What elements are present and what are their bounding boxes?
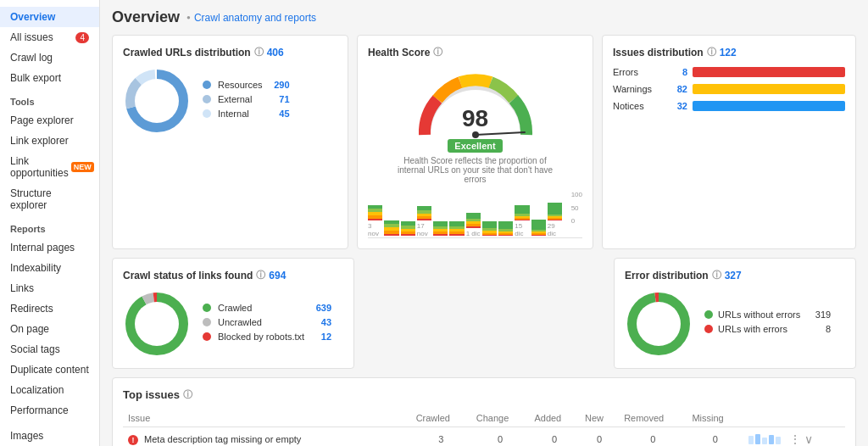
sidebar-item-link-opportunities[interactable]: Link opportunities NEW xyxy=(0,151,99,183)
issue-new: 0 xyxy=(580,427,619,447)
sidebar-item-structure-explorer[interactable]: Structure explorer xyxy=(0,183,99,215)
bar-group-7: 1 dic xyxy=(466,213,481,237)
sidebar-item-social-tags[interactable]: Social tags xyxy=(0,339,99,360)
sidebar-label-indexability: Indexability xyxy=(10,262,61,274)
health-score-desc: Health Score reflects the proportion of … xyxy=(391,156,560,184)
sidebar-item-localization[interactable]: Localization xyxy=(0,380,99,400)
sidebar-label-performance: Performance xyxy=(10,404,69,416)
sidebar-item-crawl-log[interactable]: Crawl log xyxy=(0,47,99,68)
sidebar-item-overview[interactable]: Overview xyxy=(0,7,99,27)
sidebar-item-link-explorer[interactable]: Link explorer xyxy=(0,131,99,151)
sidebar-label-link-explorer: Link explorer xyxy=(10,135,69,147)
bar-group-6 xyxy=(449,221,464,237)
issue-expand-btn[interactable]: ∨ xyxy=(804,432,813,446)
bar-chart: 3 nov xyxy=(368,191,582,238)
crawl-status-card: Crawl status of links found ⓘ 694 Crawle… xyxy=(112,258,354,369)
sidebar-label-all-issues: All issues xyxy=(10,31,53,43)
health-score-label: Excellent xyxy=(448,139,502,153)
issue-type-dot: ! xyxy=(128,435,138,445)
error-distribution-card: Error distribution ⓘ 327 URLs without er… xyxy=(614,258,856,369)
error-dist-count: 327 xyxy=(725,270,742,282)
legend-dot-internal xyxy=(203,109,211,118)
sidebar: Overview All issues 4 Crawl log Bulk exp… xyxy=(0,0,100,446)
svg-rect-15 xyxy=(762,438,767,444)
crawled-urls-donut xyxy=(123,67,191,135)
issues-table: Issue Crawled Change Added New Removed M… xyxy=(123,410,845,446)
svg-point-5 xyxy=(472,131,479,138)
tools-section-title: Tools xyxy=(0,88,99,110)
col-added: Added xyxy=(529,410,580,427)
col-new: New xyxy=(580,410,619,427)
issues-bar-notices: Notices 32 xyxy=(613,101,845,111)
breadcrumb[interactable]: Crawl anatomy and reports xyxy=(186,12,316,24)
sidebar-label-link-opportunities: Link opportunities xyxy=(10,155,69,179)
issues-bar-errors: Errors 8 xyxy=(613,67,845,77)
sidebar-item-images[interactable]: Images xyxy=(0,426,99,446)
sidebar-item-all-issues[interactable]: All issues 4 xyxy=(0,27,99,47)
col-removed: Removed xyxy=(619,410,687,427)
sidebar-item-redirects[interactable]: Redirects xyxy=(0,298,99,319)
errors-bar xyxy=(693,67,845,77)
y-axis: 100 50 0 xyxy=(571,191,582,238)
health-score-value: 98 xyxy=(408,105,543,132)
sidebar-label-redirects: Redirects xyxy=(10,303,53,315)
error-dist-info-icon[interactable]: ⓘ xyxy=(712,269,721,282)
sidebar-item-indexability[interactable]: Indexability xyxy=(0,258,99,278)
issue-change: 0 xyxy=(471,427,530,447)
health-score-card: Health Score ⓘ xyxy=(357,35,593,249)
sidebar-item-page-explorer[interactable]: Page explorer xyxy=(0,110,99,131)
issue-missing: 0 xyxy=(687,427,743,447)
issues-table-body: ! Meta description tag missing or empty … xyxy=(123,427,845,447)
bar-group-11 xyxy=(531,220,546,237)
svg-rect-17 xyxy=(776,437,781,444)
legend-dot-crawled xyxy=(203,304,211,312)
legend-item-crawled: Crawled 639 xyxy=(203,303,331,313)
crawl-status-count: 694 xyxy=(269,270,286,282)
col-issue: Issue xyxy=(123,410,411,427)
issue-crawled: 3 xyxy=(411,427,471,447)
issue-sparkline xyxy=(748,432,786,446)
health-score-info-icon[interactable]: ⓘ xyxy=(433,46,442,59)
svg-rect-14 xyxy=(755,434,760,444)
issues-bar-warnings: Warnings 82 xyxy=(613,84,845,94)
bar-group-4: 17 nov xyxy=(417,206,431,237)
issues-dist-info-icon[interactable]: ⓘ xyxy=(707,46,716,59)
bar-group-1: 3 nov xyxy=(368,205,382,237)
top-issues-title: Top issues ⓘ xyxy=(123,388,845,401)
svg-point-12 xyxy=(637,302,681,346)
gauge-container: 98 xyxy=(408,67,543,139)
sidebar-item-duplicate-content[interactable]: Duplicate content xyxy=(0,360,99,380)
crawled-urls-info-icon[interactable]: ⓘ xyxy=(254,46,264,59)
sidebar-item-bulk-export[interactable]: Bulk export xyxy=(0,68,99,88)
sidebar-label-localization: Localization xyxy=(10,384,64,396)
sidebar-label-crawl-log: Crawl log xyxy=(10,52,53,64)
new-badge: NEW xyxy=(71,162,94,172)
legend-dot-resources xyxy=(203,81,211,89)
sidebar-item-on-page[interactable]: On page xyxy=(0,319,99,339)
page-title: Overview xyxy=(112,8,180,26)
error-dist-donut xyxy=(625,290,693,358)
sidebar-label-overview: Overview xyxy=(10,11,55,23)
health-score-title: Health Score ⓘ xyxy=(368,46,582,59)
issue-added: 0 xyxy=(529,427,580,447)
crawl-status-title: Crawl status of links found ⓘ 694 xyxy=(123,269,343,282)
bar-group-8 xyxy=(482,221,497,237)
sidebar-item-internal-pages[interactable]: Internal pages xyxy=(0,237,99,258)
top-issues-info-icon[interactable]: ⓘ xyxy=(183,388,192,401)
legend-item-uncrawled: Uncrawled 43 xyxy=(203,317,331,327)
sidebar-label-images: Images xyxy=(10,430,43,442)
issues-bar-list: Errors 8 Warnings 82 Notices 32 xyxy=(613,67,845,111)
second-cards-row: Crawl status of links found ⓘ 694 Crawle… xyxy=(112,258,856,369)
error-dist-title: Error distribution ⓘ 327 xyxy=(625,269,845,282)
bar-group-2 xyxy=(384,220,398,237)
crawl-status-info-icon[interactable]: ⓘ xyxy=(256,269,265,282)
sidebar-item-links[interactable]: Links xyxy=(0,278,99,298)
health-score-chart: 3 nov xyxy=(368,191,582,238)
issue-actions[interactable]: ⋮ ∨ xyxy=(743,427,845,446)
top-cards-row: Crawled URLs distribution ⓘ 406 Resource… xyxy=(112,35,856,249)
legend-item-resources: Resources 290 xyxy=(203,80,290,90)
sidebar-item-performance[interactable]: Performance xyxy=(0,400,99,421)
health-score-inner: 98 Excellent Health Score reflects the p… xyxy=(368,67,582,238)
issue-menu-btn[interactable]: ⋮ xyxy=(789,432,801,446)
sidebar-label-duplicate-content: Duplicate content xyxy=(10,364,89,376)
